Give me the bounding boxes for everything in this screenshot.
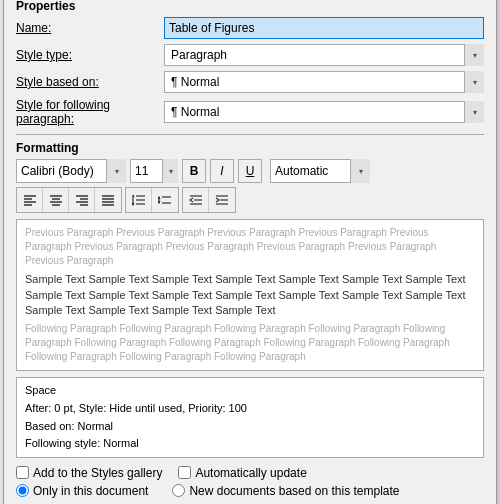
size-select-wrapper: 11 ▾ bbox=[130, 159, 178, 183]
style-based-select-wrapper: ¶ Normal ▾ bbox=[164, 71, 484, 93]
following-para-select[interactable]: ¶ Normal bbox=[164, 101, 484, 123]
auto-update-label[interactable]: Automatically update bbox=[178, 466, 306, 480]
toolbar-row bbox=[16, 187, 484, 213]
add-to-gallery-label[interactable]: Add to the Styles gallery bbox=[16, 466, 162, 480]
modify-style-dialog: Modify Style ? ✕ Properties Name: Style … bbox=[3, 0, 497, 504]
following-para-label: Style for following paragraph: bbox=[16, 98, 164, 126]
bold-button[interactable]: B bbox=[182, 159, 206, 183]
style-type-select-wrapper: Paragraph ▾ bbox=[164, 44, 484, 66]
font-select-wrapper: Calibri (Body) ▾ bbox=[16, 159, 126, 183]
decrease-indent-button[interactable] bbox=[183, 188, 209, 212]
style-type-row: Style type: Paragraph ▾ bbox=[16, 44, 484, 66]
following-para-row: Style for following paragraph: ¶ Normal … bbox=[16, 98, 484, 126]
preview-previous: Previous Paragraph Previous Paragraph Pr… bbox=[25, 226, 475, 268]
info-line3: Based on: Normal bbox=[25, 418, 475, 436]
info-line2: After: 0 pt, Style: Hide until used, Pri… bbox=[25, 400, 475, 418]
align-center-button[interactable] bbox=[43, 188, 69, 212]
only-in-doc-radio[interactable] bbox=[16, 484, 29, 497]
check-row-2: Only in this document New documents base… bbox=[16, 484, 484, 498]
spacing-group bbox=[125, 187, 179, 213]
size-select[interactable]: 11 bbox=[130, 159, 178, 183]
dialog-body: Properties Name: Style type: Paragraph ▾… bbox=[4, 0, 496, 504]
style-type-select[interactable]: Paragraph bbox=[164, 44, 484, 66]
formatting-section: Formatting Calibri (Body) ▾ 11 ▾ B I bbox=[16, 141, 484, 213]
line-spacing-button[interactable] bbox=[126, 188, 152, 212]
preview-following: Following Paragraph Following Paragraph … bbox=[25, 322, 475, 364]
properties-divider bbox=[16, 134, 484, 135]
info-line1: Space bbox=[25, 382, 475, 400]
name-input[interactable] bbox=[164, 17, 484, 39]
check-row-1: Add to the Styles gallery Automatically … bbox=[16, 466, 484, 480]
only-in-doc-label[interactable]: Only in this document bbox=[16, 484, 148, 498]
auto-update-text: Automatically update bbox=[195, 466, 306, 480]
properties-label: Properties bbox=[16, 0, 484, 13]
formatting-label: Formatting bbox=[16, 141, 484, 155]
new-doc-label[interactable]: New documents based on this template bbox=[172, 484, 399, 498]
align-right-button[interactable] bbox=[69, 188, 95, 212]
align-left-button[interactable] bbox=[17, 188, 43, 212]
following-para-select-wrapper: ¶ Normal ▾ bbox=[164, 101, 484, 123]
para-spacing-button[interactable] bbox=[152, 188, 178, 212]
increase-indent-button[interactable] bbox=[209, 188, 235, 212]
alignment-group bbox=[16, 187, 122, 213]
new-doc-radio[interactable] bbox=[172, 484, 185, 497]
info-line4: Following style: Normal bbox=[25, 435, 475, 453]
italic-button[interactable]: I bbox=[210, 159, 234, 183]
format-row1: Calibri (Body) ▾ 11 ▾ B I U Automatic bbox=[16, 159, 484, 183]
style-based-select[interactable]: ¶ Normal bbox=[164, 71, 484, 93]
properties-section: Properties Name: Style type: Paragraph ▾… bbox=[16, 0, 484, 126]
underline-button[interactable]: U bbox=[238, 159, 262, 183]
auto-update-checkbox[interactable] bbox=[178, 466, 191, 479]
info-box: Space After: 0 pt, Style: Hide until use… bbox=[16, 377, 484, 457]
bottom-checks: Add to the Styles gallery Automatically … bbox=[16, 466, 484, 498]
preview-sample: Sample Text Sample Text Sample Text Samp… bbox=[25, 272, 475, 318]
add-to-gallery-checkbox[interactable] bbox=[16, 466, 29, 479]
new-doc-text: New documents based on this template bbox=[189, 484, 399, 498]
preview-area: Previous Paragraph Previous Paragraph Pr… bbox=[16, 219, 484, 371]
style-type-label: Style type: bbox=[16, 48, 164, 62]
font-select[interactable]: Calibri (Body) bbox=[16, 159, 126, 183]
align-justify-button[interactable] bbox=[95, 188, 121, 212]
color-select-wrapper: Automatic ▾ bbox=[270, 159, 370, 183]
name-row: Name: bbox=[16, 17, 484, 39]
style-based-row: Style based on: ¶ Normal ▾ bbox=[16, 71, 484, 93]
color-select[interactable]: Automatic bbox=[270, 159, 370, 183]
indent-group bbox=[182, 187, 236, 213]
only-in-doc-text: Only in this document bbox=[33, 484, 148, 498]
name-label: Name: bbox=[16, 21, 164, 35]
style-based-label: Style based on: bbox=[16, 75, 164, 89]
add-to-gallery-text: Add to the Styles gallery bbox=[33, 466, 162, 480]
